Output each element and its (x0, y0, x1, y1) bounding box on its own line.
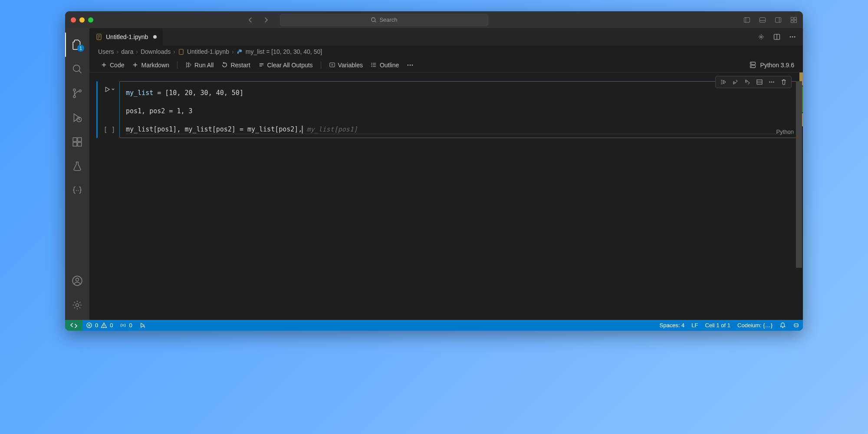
indent-status[interactable]: Spaces: 4 (656, 322, 688, 329)
source-control-tab[interactable] (65, 81, 89, 105)
label: Code (110, 62, 124, 69)
vertical-scrollbar[interactable] (796, 81, 802, 268)
nav-forward-button[interactable] (261, 15, 271, 25)
ports-status[interactable]: 0 (116, 320, 135, 331)
run-by-line-button[interactable] (717, 77, 729, 87)
svg-point-8 (73, 65, 80, 72)
cell-language-label[interactable]: Python (776, 128, 794, 135)
svg-point-39 (751, 63, 752, 64)
code-line-1: my_list = [10, 20, 30, 40, 50] (126, 89, 792, 98)
settings-button[interactable] (65, 293, 89, 317)
svg-rect-3 (776, 17, 781, 22)
outline-icon (371, 62, 377, 68)
svg-point-18 (78, 190, 79, 191)
test-tab[interactable] (65, 154, 89, 178)
toolbar-more-button[interactable] (404, 60, 416, 70)
debug-start-status[interactable] (136, 320, 149, 331)
search-placeholder: Search (379, 16, 397, 23)
copilot-status[interactable] (789, 322, 803, 329)
vscode-window: Search 1 (65, 11, 803, 331)
chevron-down-icon (111, 86, 115, 92)
code-cell[interactable]: [ ] my_list = [10, 20, 30, 40, 50] pos1,… (96, 81, 799, 138)
toggle-panel-button[interactable] (759, 16, 766, 23)
codeium-tab[interactable] (65, 178, 89, 203)
editor-settings-button[interactable] (758, 33, 765, 40)
problems-status[interactable]: 0 0 (82, 320, 116, 331)
remote-icon (70, 322, 77, 329)
cell-toolbar (715, 76, 792, 88)
eol-status[interactable]: LF (688, 322, 701, 329)
notifications-button[interactable] (776, 322, 789, 329)
run-cell-button[interactable] (104, 86, 115, 92)
statusbar: 0 0 0 Spaces: 4 LF Cell 1 of 1 Codeium: … (65, 320, 803, 331)
breadcrumb-symbol[interactable]: my_list = [10, 20, 30, 40, 50] (246, 48, 322, 55)
run-debug-tab[interactable] (65, 105, 89, 130)
svg-point-17 (76, 190, 77, 191)
run-all-button[interactable]: Run All (183, 60, 216, 70)
extensions-icon (72, 136, 83, 148)
split-cell-button[interactable] (754, 77, 765, 87)
minimize-window-button[interactable] (79, 17, 85, 23)
chevron-right-icon: › (117, 48, 119, 55)
execute-below-button[interactable] (742, 77, 753, 87)
breadcrumb-segment[interactable]: dara (121, 48, 133, 55)
main-row: 1 (65, 28, 803, 320)
add-markdown-cell-button[interactable]: Markdown (129, 60, 172, 70)
breadcrumb-segment[interactable]: Users (98, 48, 114, 55)
delete-cell-button[interactable] (778, 77, 789, 87)
tab-untitled-notebook[interactable]: Untitled-1.ipynb (89, 28, 163, 46)
toggle-secondary-sidebar-button[interactable] (775, 16, 782, 23)
kernel-picker[interactable]: Python 3.9.6 (749, 61, 794, 69)
breadcrumb-segment[interactable]: Downloads (141, 48, 171, 55)
branch-icon (72, 88, 83, 99)
customize-layout-button[interactable] (790, 16, 797, 23)
variables-button[interactable]: Variables (326, 60, 365, 70)
accounts-button[interactable] (65, 269, 89, 293)
variables-icon (329, 62, 335, 68)
label: Markdown (141, 62, 169, 69)
editor-group: Untitled-1.ipynb Users › dara › Download… (89, 28, 803, 320)
explorer-tab[interactable]: 1 (65, 33, 89, 57)
label: Run All (194, 62, 214, 69)
toggle-primary-sidebar-button[interactable] (743, 16, 750, 23)
breadcrumb-segment[interactable]: Untitled-1.ipynb (187, 48, 229, 55)
restart-button[interactable]: Restart (219, 60, 253, 70)
breadcrumbs[interactable]: Users › dara › Downloads › Untitled-1.ip… (89, 46, 803, 58)
extensions-tab[interactable] (65, 130, 89, 154)
nav-back-button[interactable] (245, 15, 256, 25)
debug-icon (72, 112, 83, 123)
clear-outputs-button[interactable]: Clear All Outputs (256, 60, 316, 70)
close-window-button[interactable] (71, 17, 76, 23)
cell-editor[interactable]: my_list = [10, 20, 30, 40, 50] pos1, pos… (119, 81, 799, 138)
chevron-right-icon: › (136, 48, 138, 55)
notebook-icon (178, 49, 184, 55)
svg-rect-7 (794, 20, 797, 23)
remote-indicator[interactable] (65, 320, 82, 331)
svg-rect-28 (179, 49, 183, 54)
svg-rect-16 (78, 138, 82, 141)
execute-above-button[interactable] (730, 77, 741, 87)
codeium-status[interactable]: Codeium: {…} (734, 322, 776, 329)
layout-controls (743, 16, 797, 23)
split-editor-button[interactable] (773, 33, 780, 40)
label: Outline (380, 62, 399, 69)
svg-point-43 (771, 82, 772, 82)
svg-point-23 (760, 36, 762, 38)
traffic-lights (71, 17, 93, 23)
broadcast-icon (120, 322, 126, 329)
more-actions-button[interactable] (789, 33, 796, 40)
cell-more-button[interactable] (766, 77, 777, 87)
activity-bar-bottom (65, 269, 89, 320)
maximize-window-button[interactable] (88, 17, 93, 23)
error-count: 0 (95, 322, 98, 329)
svg-rect-14 (73, 142, 77, 146)
notebook-toolbar: Code Markdown Run All Restart Clear (89, 58, 803, 72)
cell-position-status[interactable]: Cell 1 of 1 (702, 322, 734, 329)
outline-button[interactable]: Outline (368, 60, 401, 70)
command-center-search[interactable]: Search (280, 14, 488, 26)
copilot-icon (793, 322, 799, 329)
search-tab[interactable] (65, 57, 89, 81)
add-code-cell-button[interactable]: Code (98, 60, 127, 70)
svg-point-49 (795, 325, 796, 326)
svg-point-20 (76, 278, 79, 281)
